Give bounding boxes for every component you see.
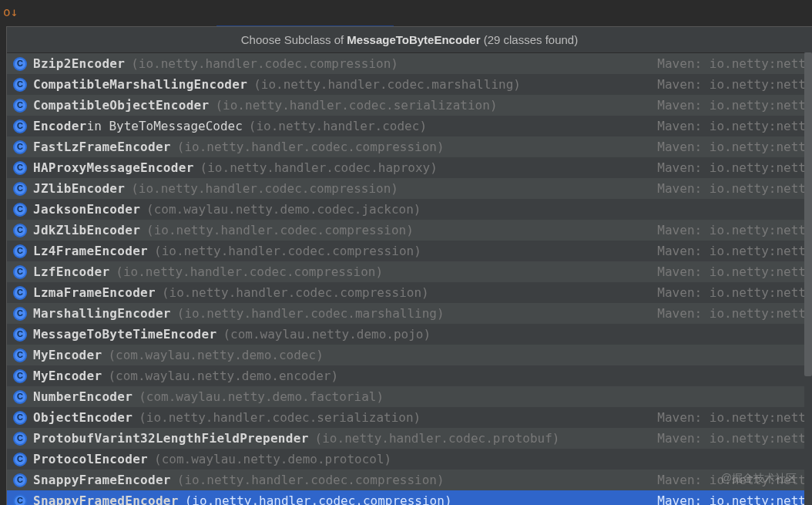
package-label: (io.netty.handler.codec.compression)	[177, 470, 445, 490]
list-item[interactable]: MyEncoder(com.waylau.netty.demo.codec)	[7, 345, 812, 365]
class-icon	[13, 307, 27, 321]
class-name: NumberEncoder	[33, 386, 133, 407]
source-label: Maven: io.netty:nett	[657, 116, 806, 136]
class-icon	[13, 203, 27, 217]
package-label: (io.netty.handler.codec.marshalling)	[177, 303, 445, 324]
class-icon	[13, 265, 27, 279]
source-label: Maven: io.netty:nett	[657, 407, 806, 428]
class-name: MarshallingEncoder	[33, 303, 171, 324]
source-label: Maven: io.netty:nett	[657, 74, 806, 95]
list-item[interactable]: MessageToByteTimeEncoder(com.waylau.nett…	[7, 324, 812, 345]
source-label: Maven: io.netty:nett	[657, 282, 806, 303]
list-item[interactable]: CompatibleObjectEncoder(io.netty.handler…	[7, 95, 812, 116]
source-label: Maven: io.netty:nett	[657, 303, 806, 324]
class-icon	[13, 473, 27, 487]
list-item[interactable]: SnappyFrameEncoder(io.netty.handler.code…	[7, 470, 812, 490]
list-item[interactable]: LzfEncoder(io.netty.handler.codec.compre…	[7, 261, 812, 282]
package-label: (io.netty.handler.codec.compression)	[185, 490, 452, 505]
class-name: SnappyFramedEncoder	[33, 490, 179, 505]
package-label: (io.netty.handler.codec.compression)	[146, 220, 414, 241]
class-icon	[13, 328, 27, 342]
scrollbar[interactable]	[804, 52, 812, 505]
list-item[interactable]: Encoder in ByteToMessageCodec(io.netty.h…	[7, 116, 812, 136]
source-label: Maven: io.netty:nett	[657, 428, 806, 449]
source-label: Maven: io.netty:nett	[657, 220, 806, 241]
source-label: Maven: io.netty:nett	[657, 241, 806, 261]
list-item[interactable]: NumberEncoder(com.waylau.netty.demo.fact…	[7, 386, 812, 407]
package-label: (io.netty.handler.codec.compression)	[154, 241, 421, 261]
package-label: (io.netty.handler.codec)	[249, 116, 427, 136]
source-label: Maven: io.netty:nett	[657, 490, 806, 505]
list-item[interactable]: JacksonEncoder(com.waylau.netty.demo.cod…	[7, 199, 812, 220]
source-label: Maven: io.netty:nett	[657, 136, 806, 157]
package-label: (io.netty.handler.codec.marshalling)	[253, 74, 521, 95]
class-icon	[13, 182, 27, 196]
class-icon	[13, 99, 27, 113]
list-item[interactable]: Lz4FrameEncoder(io.netty.handler.codec.c…	[7, 241, 812, 261]
class-icon	[13, 244, 27, 258]
list-item[interactable]: LzmaFrameEncoder(io.netty.handler.codec.…	[7, 282, 812, 303]
list-item[interactable]: JdkZlibEncoder(io.netty.handler.codec.co…	[7, 220, 812, 241]
class-icon	[13, 224, 27, 237]
source-label: Maven: io.netty:nett	[657, 178, 806, 199]
package-label: (io.netty.handler.codec.compression)	[131, 53, 398, 74]
class-name: ProtocolEncoder	[33, 449, 148, 470]
package-label: (io.netty.handler.codec.compression)	[177, 136, 445, 157]
list-item[interactable]: HAProxyMessageEncoder(io.netty.handler.c…	[7, 157, 812, 178]
package-label: (com.waylau.netty.demo.protocol)	[154, 449, 391, 470]
list-item[interactable]: JZlibEncoder(io.netty.handler.codec.comp…	[7, 178, 812, 199]
list-item[interactable]: MyEncoder(com.waylau.netty.demo.encoder)	[7, 365, 812, 386]
package-label: (com.waylau.netty.demo.codec)	[108, 345, 323, 365]
class-name: Encoder	[33, 116, 87, 136]
class-name: MyEncoder	[33, 345, 102, 365]
list-item[interactable]: CompatibleMarshallingEncoder(io.netty.ha…	[7, 74, 812, 95]
list-item[interactable]: ProtocolEncoder(com.waylau.netty.demo.pr…	[7, 449, 812, 470]
code-line: public abstract class MessageToByteEncod…	[0, 0, 812, 26]
list-item[interactable]: ObjectEncoder(io.netty.handler.codec.ser…	[7, 407, 812, 428]
class-icon	[13, 57, 27, 71]
class-name: CompatibleObjectEncoder	[33, 95, 209, 116]
source-label: Maven: io.netty:nett	[657, 157, 806, 178]
package-label: (io.netty.handler.codec.serialization)	[139, 407, 421, 428]
popup-title-prefix: Choose Subclass of	[241, 33, 347, 46]
list-item[interactable]: Bzip2Encoder(io.netty.handler.codec.comp…	[7, 53, 812, 74]
class-icon	[13, 348, 27, 362]
package-label: (io.netty.handler.codec.haproxy)	[200, 157, 438, 178]
package-label: (io.netty.handler.codec.compression)	[116, 261, 383, 282]
class-name: LzmaFrameEncoder	[33, 282, 156, 303]
scrollbar-thumb[interactable]	[804, 52, 812, 376]
class-name: JdkZlibEncoder	[33, 220, 140, 241]
class-icon	[13, 453, 27, 466]
popup-header: Choose Subclass of MessageToByteEncoder …	[7, 27, 812, 53]
class-name: MyEncoder	[33, 365, 102, 386]
class-name: LzfEncoder	[33, 261, 109, 282]
class-name: SnappyFrameEncoder	[33, 470, 171, 490]
class-name: MessageToByteTimeEncoder	[33, 324, 216, 345]
class-icon	[13, 120, 27, 133]
list-item[interactable]: ProtobufVarint32LengthFieldPrepender(io.…	[7, 428, 812, 449]
package-label: (io.netty.handler.codec.protobuf)	[315, 428, 560, 449]
class-name: ObjectEncoder	[33, 407, 133, 428]
class-name: FastLzFrameEncoder	[33, 136, 171, 157]
package-label: (com.waylau.netty.demo.encoder)	[108, 365, 338, 386]
source-label: Maven: io.netty:nett	[657, 53, 806, 74]
source-label: Maven: io.netty:nett	[657, 470, 806, 490]
class-icon	[13, 286, 27, 300]
popup-title-suffix: (29 classes found)	[480, 33, 578, 46]
package-label: (com.waylau.netty.demo.codec.jackcon)	[146, 199, 421, 220]
list-item[interactable]: FastLzFrameEncoder(io.netty.handler.code…	[7, 136, 812, 157]
list-item[interactable]: SnappyFramedEncoder(io.netty.handler.cod…	[7, 490, 812, 505]
subclass-chooser-popup: Choose Subclass of MessageToByteEncoder …	[6, 26, 812, 505]
class-name: JacksonEncoder	[33, 199, 140, 220]
package-label: (io.netty.handler.codec.serialization)	[215, 95, 497, 116]
gutter-override-icon[interactable]: o↓	[3, 5, 18, 20]
popup-list[interactable]: Bzip2Encoder(io.netty.handler.codec.comp…	[7, 53, 812, 505]
class-name: Lz4FrameEncoder	[33, 241, 148, 261]
class-icon	[13, 369, 27, 383]
class-icon	[13, 140, 27, 154]
class-icon	[13, 161, 27, 175]
class-icon	[13, 78, 27, 92]
class-name: Bzip2Encoder	[33, 53, 125, 74]
class-context: in ByteToMessageCodec	[87, 116, 243, 136]
list-item[interactable]: MarshallingEncoder(io.netty.handler.code…	[7, 303, 812, 324]
